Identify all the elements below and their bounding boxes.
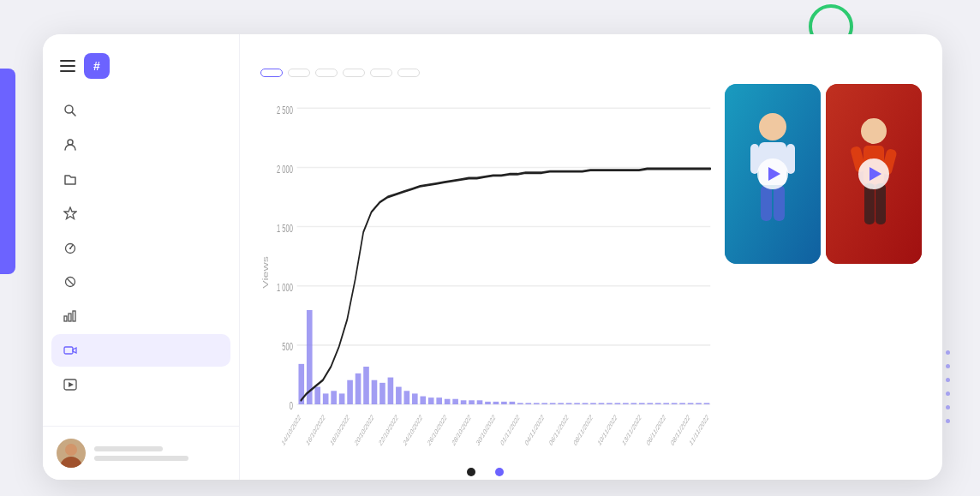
ban-icon: [62, 273, 79, 290]
svg-rect-59: [534, 403, 540, 404]
svg-text:13/11/2022: 13/11/2022: [621, 413, 642, 448]
tab-saves[interactable]: [370, 69, 392, 77]
svg-rect-69: [615, 403, 621, 404]
svg-rect-76: [672, 403, 678, 404]
svg-rect-75: [663, 403, 669, 404]
svg-point-100: [759, 113, 786, 140]
svg-rect-41: [388, 378, 394, 404]
svg-text:2 000: 2 000: [277, 164, 293, 175]
svg-rect-36: [347, 380, 353, 404]
sidebar-item-users-analysis[interactable]: [51, 300, 230, 332]
sidebar-item-hashtag-performance[interactable]: [51, 231, 230, 264]
tab-shares[interactable]: [397, 69, 420, 77]
svg-text:18/10/2022: 18/10/2022: [329, 413, 350, 448]
svg-rect-60: [541, 403, 547, 404]
svg-rect-78: [688, 403, 694, 404]
sidebar-item-top-9[interactable]: [51, 197, 230, 230]
avatar: [57, 439, 86, 468]
svg-rect-65: [583, 403, 589, 404]
tab-reach[interactable]: [288, 69, 310, 77]
svg-text:01/11/2022: 01/11/2022: [499, 413, 521, 448]
svg-text:30/10/2022: 30/10/2022: [475, 413, 497, 448]
svg-rect-112: [875, 183, 886, 224]
svg-marker-14: [69, 382, 74, 387]
sidebar: #: [43, 34, 240, 480]
svg-rect-62: [558, 403, 564, 404]
svg-text:28/10/2022: 28/10/2022: [451, 413, 472, 448]
svg-point-107: [861, 118, 887, 144]
reel-image-2[interactable]: [826, 84, 922, 264]
hamburger-menu-button[interactable]: [60, 60, 75, 72]
sidebar-item-reels-metrics[interactable]: [51, 334, 230, 367]
svg-rect-50: [461, 400, 467, 404]
play-button-2[interactable]: [858, 158, 889, 189]
tab-views[interactable]: [260, 69, 283, 77]
decorative-purple-bar: [0, 69, 15, 274]
main-content: Views 2 500 2 000 1 500 1 000: [240, 34, 942, 480]
svg-rect-9: [64, 316, 67, 321]
svg-rect-68: [607, 403, 612, 404]
svg-rect-79: [696, 403, 702, 404]
svg-rect-42: [396, 387, 402, 404]
svg-rect-11: [73, 311, 75, 321]
svg-point-6: [69, 248, 71, 249]
svg-rect-51: [469, 400, 475, 404]
footer-bar-1: [94, 446, 163, 451]
svg-text:Views: Views: [261, 256, 269, 289]
reel-image-1[interactable]: [725, 84, 821, 264]
legend-new-views: [495, 468, 508, 476]
svg-text:14/10/2022: 14/10/2022: [281, 413, 302, 448]
svg-text:04/11/2022: 04/11/2022: [524, 413, 546, 448]
user-info-placeholder: [94, 446, 225, 461]
svg-text:06/11/2022: 06/11/2022: [646, 413, 667, 448]
legend-total-views: [467, 468, 480, 476]
svg-rect-35: [339, 393, 345, 404]
gauge-icon: [62, 239, 79, 256]
svg-text:08/11/2022: 08/11/2022: [572, 413, 594, 448]
sidebar-item-search-hashtags[interactable]: [51, 94, 230, 127]
sidebar-header: #: [43, 34, 239, 94]
svg-marker-3: [64, 207, 76, 219]
svg-rect-61: [550, 403, 556, 404]
svg-text:2 500: 2 500: [277, 105, 293, 116]
svg-rect-40: [379, 383, 385, 404]
svg-rect-46: [428, 397, 434, 404]
svg-rect-32: [314, 387, 320, 404]
search-icon: [62, 102, 79, 119]
svg-rect-45: [420, 397, 426, 404]
svg-rect-74: [655, 403, 661, 404]
tab-comments[interactable]: [343, 69, 365, 77]
svg-rect-44: [412, 393, 418, 404]
svg-rect-67: [599, 403, 605, 404]
sidebar-item-hashtag-collections[interactable]: [51, 163, 230, 195]
svg-rect-12: [64, 347, 73, 354]
timeline-tabs: [260, 69, 922, 77]
svg-rect-80: [704, 403, 710, 404]
play-button-1[interactable]: [757, 158, 788, 189]
folder-icon: [62, 170, 79, 188]
sidebar-item-profile-analysis[interactable]: [51, 128, 230, 161]
chart-wrap: Views 2 500 2 000 1 500 1 000: [260, 84, 714, 461]
chart-container: Views 2 500 2 000 1 500 1 000: [260, 84, 922, 461]
sidebar-footer: [43, 426, 239, 480]
profile-icon: [62, 136, 79, 153]
svg-rect-55: [501, 402, 507, 404]
svg-rect-56: [510, 402, 516, 404]
nav-items: [43, 94, 239, 426]
tab-likes[interactable]: [315, 69, 338, 77]
sidebar-item-banned-hashtags[interactable]: [51, 266, 230, 298]
svg-rect-103: [786, 144, 795, 174]
svg-point-2: [68, 140, 73, 145]
footer-bar-2: [94, 456, 188, 461]
svg-text:500: 500: [282, 341, 293, 352]
sidebar-item-instagram-schols[interactable]: [51, 368, 230, 401]
svg-text:22/10/2022: 22/10/2022: [378, 413, 399, 448]
legend-dot-total: [467, 468, 475, 476]
chart-bar-icon: [62, 308, 79, 325]
svg-point-15: [60, 457, 82, 468]
reel-images: [725, 84, 922, 461]
svg-rect-39: [372, 380, 378, 404]
svg-text:26/10/2022: 26/10/2022: [427, 413, 448, 448]
svg-text:11/11/2022: 11/11/2022: [689, 413, 710, 448]
svg-rect-52: [477, 400, 483, 404]
